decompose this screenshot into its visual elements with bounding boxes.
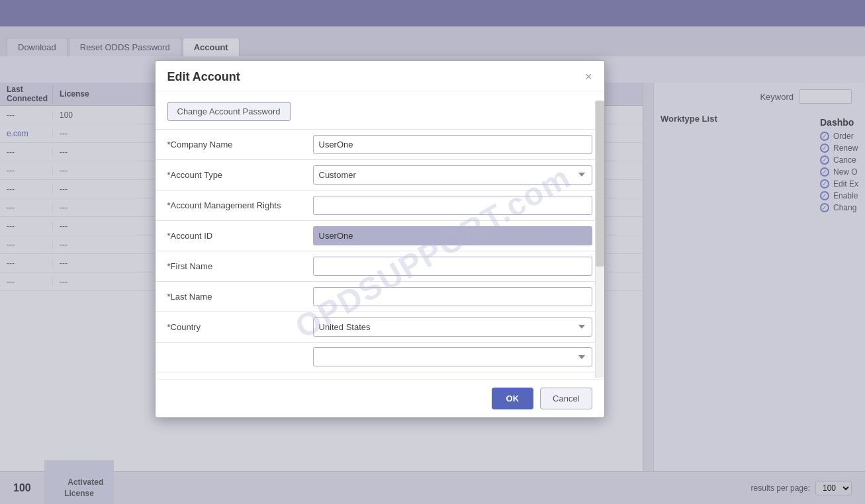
extra-select[interactable] bbox=[313, 347, 592, 366]
account-mgmt-rights-row: *Account Management Rights bbox=[156, 190, 604, 220]
modal-overlay: Edit Account × Change Account Password *… bbox=[0, 0, 865, 504]
country-field: United States Canada United Kingdom Aust… bbox=[313, 317, 592, 337]
account-mgmt-rights-input[interactable] bbox=[313, 196, 592, 215]
modal-body: Change Account Password *Company Name *A… bbox=[156, 91, 604, 379]
first-name-input[interactable] bbox=[313, 257, 592, 276]
company-name-field bbox=[313, 135, 592, 154]
last-name-label: *Last Name bbox=[167, 292, 313, 302]
modal-close-button[interactable]: × bbox=[585, 71, 592, 83]
modal-title: Edit Account bbox=[167, 70, 240, 84]
modal-scrollbar-thumb bbox=[596, 101, 604, 267]
account-id-field bbox=[313, 226, 592, 245]
first-name-row: *First Name bbox=[156, 251, 604, 281]
company-name-row: *Company Name bbox=[156, 129, 604, 159]
extra-field bbox=[313, 347, 592, 366]
change-password-button[interactable]: Change Account Password bbox=[167, 102, 291, 121]
first-name-field bbox=[313, 257, 592, 276]
country-select[interactable]: United States Canada United Kingdom Aust… bbox=[313, 317, 592, 337]
account-mgmt-rights-field bbox=[313, 196, 592, 215]
account-type-label: *Account Type bbox=[167, 170, 313, 180]
ok-button[interactable]: OK bbox=[492, 388, 534, 409]
cancel-button[interactable]: Cancel bbox=[540, 388, 592, 409]
country-label: *Country bbox=[167, 322, 313, 332]
last-name-field bbox=[313, 287, 592, 306]
modal-scrollbar[interactable] bbox=[595, 101, 604, 378]
extra-row bbox=[156, 342, 604, 372]
account-type-select[interactable]: Customer Reseller Admin bbox=[313, 165, 592, 185]
edit-account-modal: Edit Account × Change Account Password *… bbox=[155, 60, 605, 418]
company-name-input[interactable] bbox=[313, 135, 592, 154]
account-id-row: *Account ID bbox=[156, 220, 604, 251]
company-name-label: *Company Name bbox=[167, 140, 313, 149]
account-type-row: *Account Type Customer Reseller Admin bbox=[156, 159, 604, 190]
first-name-label: *First Name bbox=[167, 261, 313, 271]
account-id-input[interactable] bbox=[313, 226, 592, 245]
account-id-label: *Account ID bbox=[167, 231, 313, 241]
account-type-field: Customer Reseller Admin bbox=[313, 165, 592, 185]
modal-footer: OK Cancel bbox=[156, 379, 604, 417]
account-mgmt-rights-label: *Account Management Rights bbox=[167, 200, 313, 210]
last-name-input[interactable] bbox=[313, 287, 592, 306]
country-row: *Country United States Canada United Kin… bbox=[156, 312, 604, 342]
modal-title-bar: Edit Account × bbox=[156, 61, 604, 91]
last-name-row: *Last Name bbox=[156, 281, 604, 312]
